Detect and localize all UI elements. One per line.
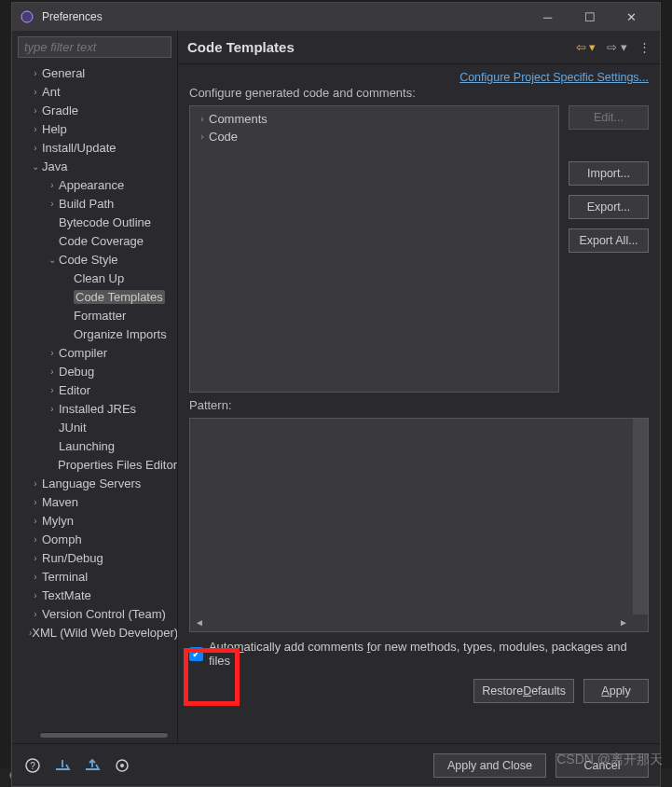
close-button[interactable]: ✕ [610, 3, 652, 31]
tree-item-label: Language Servers [42, 476, 141, 490]
chevron-right-icon[interactable]: › [29, 87, 42, 97]
code-tree-label: Comments [209, 112, 267, 126]
tree-item-java[interactable]: ⌄Java [12, 157, 177, 175]
pattern-textarea[interactable]: ◄ ► [189, 418, 649, 632]
chevron-right-icon[interactable]: › [29, 143, 42, 153]
chevron-right-icon[interactable]: › [29, 553, 42, 563]
tree-item-language-servers[interactable]: ›Language Servers [12, 474, 177, 492]
import-prefs-icon[interactable] [53, 756, 72, 775]
chevron-right-icon[interactable]: › [29, 534, 42, 545]
export-prefs-icon[interactable] [83, 756, 102, 775]
tree-item-code-coverage[interactable]: Code Coverage [12, 231, 177, 250]
tree-item-run-debug[interactable]: ›Run/Debug [12, 548, 177, 567]
edit-button[interactable]: Edit... [569, 105, 649, 130]
chevron-right-icon[interactable]: › [46, 404, 59, 414]
cancel-button[interactable]: Cancel [555, 753, 649, 778]
pattern-hscroll[interactable]: ◄ ► [194, 616, 629, 629]
restore-defaults-button[interactable]: Restore Defaults [473, 679, 574, 703]
chevron-down-icon[interactable]: ⌄ [29, 161, 42, 172]
chevron-down-icon[interactable]: ⌄ [46, 255, 59, 265]
chevron-right-icon[interactable]: › [29, 124, 42, 134]
tree-item-gradle[interactable]: ›Gradle [12, 101, 177, 119]
tree-item-junit[interactable]: JUnit [12, 418, 177, 436]
svg-point-0 [21, 11, 33, 22]
chevron-right-icon[interactable]: › [196, 114, 209, 124]
tree-item-ant[interactable]: ›Ant [12, 82, 177, 101]
tree-item-general[interactable]: ›General [12, 63, 177, 82]
tree-item-label: Code Style [59, 253, 118, 267]
chevron-right-icon[interactable]: › [29, 497, 42, 507]
tree-item-compiler[interactable]: ›Compiler [12, 343, 177, 362]
auto-comment-checkbox[interactable]: ✓ [189, 647, 203, 661]
import-button[interactable]: Import... [569, 161, 649, 186]
auto-comment-label[interactable]: Automatically add comments for new metho… [209, 640, 649, 668]
sidebar-scrollbar[interactable] [40, 732, 168, 738]
chevron-right-icon[interactable]: › [29, 68, 42, 78]
tree-item-code-templates[interactable]: Code Templates [12, 287, 177, 306]
preferences-window: Preferences ─ ☐ ✕ ›General›Ant›Gradle›He… [11, 2, 661, 787]
chevron-right-icon[interactable]: › [46, 385, 59, 395]
tree-item-label: TextMate [42, 588, 91, 602]
tree-item-oomph[interactable]: ›Oomph [12, 530, 177, 548]
page-title: Code Templates [187, 39, 576, 55]
tree-item-installed-jres[interactable]: ›Installed JREs [12, 399, 177, 418]
chevron-right-icon[interactable]: › [29, 478, 42, 489]
tree-item-bytecode-outline[interactable]: Bytecode Outline [12, 213, 177, 231]
dialog-button-bar: ? Apply and Close Cancel [12, 743, 660, 786]
chevron-right-icon[interactable]: › [29, 572, 42, 582]
tree-item-label: Installed JREs [59, 402, 136, 416]
export-button[interactable]: Export... [569, 195, 649, 219]
project-specific-link[interactable]: Configure Project Specific Settings... [459, 71, 649, 84]
scroll-left-icon[interactable]: ◄ [194, 617, 205, 628]
chevron-right-icon[interactable]: › [29, 590, 42, 601]
tree-item-organize-imports[interactable]: Organize Imports [12, 324, 177, 343]
tree-item-build-path[interactable]: ›Build Path [12, 194, 177, 213]
code-tree-item-comments[interactable]: ›Comments [196, 110, 553, 128]
tree-item-clean-up[interactable]: Clean Up [12, 269, 177, 287]
tree-item-mylyn[interactable]: ›Mylyn [12, 511, 177, 530]
filter-input[interactable] [18, 36, 171, 58]
nav-forward-icon[interactable]: ⇨ ▾ [607, 40, 627, 54]
tree-item-terminal[interactable]: ›Terminal [12, 567, 177, 586]
tree-item-editor[interactable]: ›Editor [12, 380, 177, 399]
chevron-right-icon[interactable]: › [29, 609, 42, 619]
chevron-right-icon[interactable]: › [196, 131, 209, 142]
tree-item-label: XML (Wild Web Developer) [32, 626, 177, 640]
tree-item-textmate[interactable]: ›TextMate [12, 586, 177, 604]
menu-icon[interactable]: ⋮ [638, 40, 651, 54]
code-tree-item-code[interactable]: ›Code [196, 128, 553, 145]
tree-item-label: Ant [42, 85, 61, 99]
tree-item-version-control-team-[interactable]: ›Version Control (Team) [12, 604, 177, 623]
tree-item-maven[interactable]: ›Maven [12, 492, 177, 511]
tree-item-properties-files-editor[interactable]: Properties Files Editor [12, 455, 177, 474]
tree-item-help[interactable]: ›Help [12, 119, 177, 138]
scroll-right-icon[interactable]: ► [618, 617, 629, 628]
apply-button[interactable]: Apply [583, 679, 649, 703]
chevron-right-icon[interactable]: › [29, 516, 42, 526]
nav-back-icon[interactable]: ⇦ ▾ [576, 40, 597, 54]
apply-close-button[interactable]: Apply and Close [433, 753, 546, 778]
tree-item-label: Debug [59, 365, 94, 379]
chevron-right-icon[interactable]: › [46, 366, 59, 377]
titlebar[interactable]: Preferences ─ ☐ ✕ [12, 3, 660, 31]
chevron-right-icon[interactable]: › [46, 199, 59, 209]
minimize-button[interactable]: ─ [527, 3, 569, 31]
chevron-right-icon[interactable]: › [29, 105, 42, 116]
oomph-icon[interactable] [113, 756, 131, 775]
code-templates-tree[interactable]: ›Comments›Code [189, 105, 559, 393]
tree-item-code-style[interactable]: ⌄Code Style [12, 250, 177, 269]
tree-item-install-update[interactable]: ›Install/Update [12, 138, 177, 157]
tree-item-appearance[interactable]: ›Appearance [12, 175, 177, 194]
preferences-tree[interactable]: ›General›Ant›Gradle›Help›Install/Update⌄… [12, 63, 177, 732]
eclipse-icon [20, 9, 34, 24]
tree-item-xml-wild-web-developer-[interactable]: ›XML (Wild Web Developer) [12, 623, 177, 642]
tree-item-debug[interactable]: ›Debug [12, 362, 177, 380]
help-icon[interactable]: ? [23, 756, 42, 775]
chevron-right-icon[interactable]: › [46, 180, 59, 190]
export-all-button[interactable]: Export All... [569, 228, 649, 253]
pattern-vscroll[interactable] [633, 419, 648, 614]
tree-item-launching[interactable]: Launching [12, 436, 177, 455]
tree-item-formatter[interactable]: Formatter [12, 306, 177, 324]
chevron-right-icon[interactable]: › [46, 348, 59, 358]
maximize-button[interactable]: ☐ [569, 3, 610, 31]
